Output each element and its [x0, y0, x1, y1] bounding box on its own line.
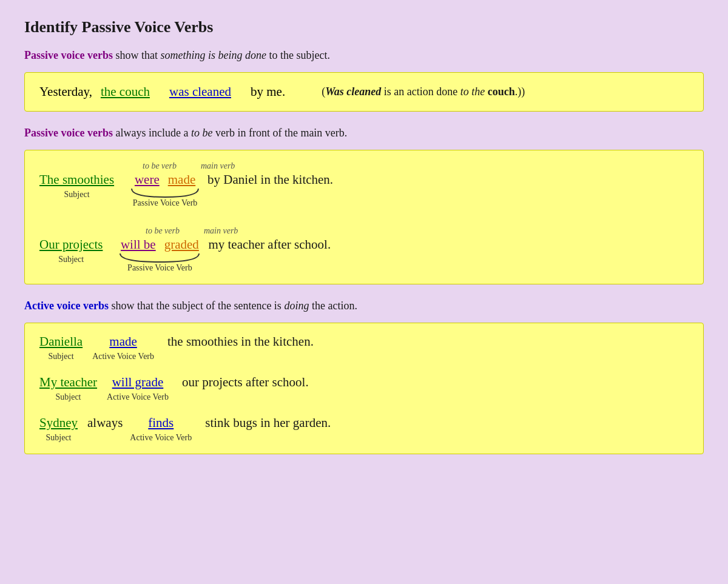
passive-voice-label-2: Passive voice verbs [24, 127, 113, 139]
smoothies-rest: by Daniel in the kitchen. [207, 172, 333, 187]
teacher-rest: our projects after school. [182, 375, 309, 390]
active-example-1: Daniella Subject made Active Voice Verb … [39, 334, 689, 361]
teacher-verb-block: will grade Active Voice Verb [107, 375, 169, 402]
daniella-subject-block: Daniella Subject [39, 334, 83, 361]
pvv-bracket-1 [129, 187, 201, 198]
was-cleaned-note: Was cleaned [325, 86, 381, 98]
were-word: were [135, 172, 160, 187]
smoothies-subject-block: The smoothies Subject [39, 172, 114, 200]
passive-sentence-2-main: Our projects Subject will be graded Pass… [39, 237, 689, 273]
pvv-label-1: Passive Voice Verb [133, 198, 198, 208]
always-word: always [87, 415, 123, 431]
smoothies-subject-label: Subject [64, 190, 90, 200]
daniella-verb-block: made Active Voice Verb [92, 334, 154, 361]
active-sentence-2-main: My teacher Subject will grade Active Voi… [39, 375, 689, 402]
made-word: made [168, 172, 195, 187]
willgrade-word: will grade [112, 375, 164, 390]
daniella-subject-label: Subject [49, 352, 74, 361]
example1-sentence: Yesterday, the couch was cleaned by me. [39, 84, 285, 99]
intro-passive-tobe: Passive voice verbs always include a to … [24, 125, 704, 141]
daniella-subject: Daniella [39, 334, 83, 349]
intro-active-desc: Active voice verbs show that the subject… [24, 298, 704, 314]
passive-voice-label-1: Passive voice verbs [24, 49, 113, 61]
pvv-label-2: Passive Voice Verb [127, 263, 192, 273]
intro-passive-desc: Passive voice verbs show that something … [24, 47, 704, 64]
sydney-subject: Sydney [39, 415, 78, 431]
sydney-verb-block: finds Active Voice Verb [130, 415, 192, 443]
projects-subject-block: Our projects Subject [39, 237, 103, 264]
willbe-word: will be [121, 237, 156, 252]
projects-rest: my teacher after school. [208, 237, 331, 252]
passive-example-1: to be verb main verb The smoothies Subje… [39, 161, 689, 208]
made-active-label: Active Voice Verb [92, 352, 154, 361]
teacher-subject-label: Subject [56, 392, 81, 402]
sydney-subject-block: Sydney Subject [39, 415, 78, 443]
active-voice-label: Active voice verbs [24, 300, 109, 312]
finds-word: finds [148, 415, 174, 431]
example1-note: (Was cleaned is an action done to the co… [322, 84, 525, 100]
top-labels-2: to be verb main verb [146, 226, 689, 236]
active-sentence-1-main: Daniella Subject made Active Voice Verb … [39, 334, 689, 361]
teacher-subject: My teacher [39, 375, 97, 390]
teacher-subject-block: My teacher Subject [39, 375, 97, 402]
finds-label: Active Voice Verb [130, 433, 192, 443]
yesterday-word: Yesterday, [39, 84, 92, 99]
daniella-rest: the smoothies in the kitchen. [167, 334, 314, 349]
sydney-subject-label: Subject [46, 433, 72, 443]
passive-verb-block-2: will be graded Passive Voice Verb [117, 237, 202, 273]
projects-subject: Our projects [39, 237, 103, 252]
smoothies-subject: The smoothies [39, 172, 114, 187]
tobe-label-1: to be verb [143, 161, 177, 171]
graded-word: graded [164, 237, 199, 252]
sydney-rest: stink bugs in her garden. [205, 415, 331, 431]
willgrade-label: Active Voice Verb [107, 392, 169, 402]
active-sentence-3-main: Sydney Subject always finds Active Voice… [39, 415, 689, 443]
made-active-word: made [109, 334, 136, 349]
active-example-2: My teacher Subject will grade Active Voi… [39, 375, 689, 402]
top-labels-1: to be verb main verb [143, 161, 689, 171]
passive-verb-block-1: were made Passive Voice Verb [129, 172, 201, 208]
tobe-label-2: to be verb [146, 226, 180, 236]
pvv-words-2: will be graded [121, 237, 199, 252]
pvv-words-1: were made [135, 172, 195, 187]
mainverb-label-1: main verb [201, 161, 235, 171]
projects-subject-label: Subject [58, 255, 84, 264]
pvv-bracket-2 [117, 252, 202, 263]
by-me-text: by me. [251, 84, 285, 99]
passive-examples-box: to be verb main verb The smoothies Subje… [24, 150, 704, 284]
passive-example-2: to be verb main verb Our projects Subjec… [39, 226, 689, 273]
example1-box: Yesterday, the couch was cleaned by me. … [24, 72, 704, 112]
mainverb-label-2: main verb [204, 226, 238, 236]
active-example-3: Sydney Subject always finds Active Voice… [39, 415, 689, 443]
example1-sentence-row: Yesterday, the couch was cleaned by me. … [39, 84, 689, 100]
was-cleaned-verb: was cleaned [169, 84, 231, 99]
active-examples-box: Daniella Subject made Active Voice Verb … [24, 323, 704, 454]
passive-sentence-1-main: The smoothies Subject were made Passive … [39, 172, 689, 208]
page-title: Identify Passive Voice Verbs [24, 18, 704, 36]
couch-subject: the couch [101, 84, 150, 99]
